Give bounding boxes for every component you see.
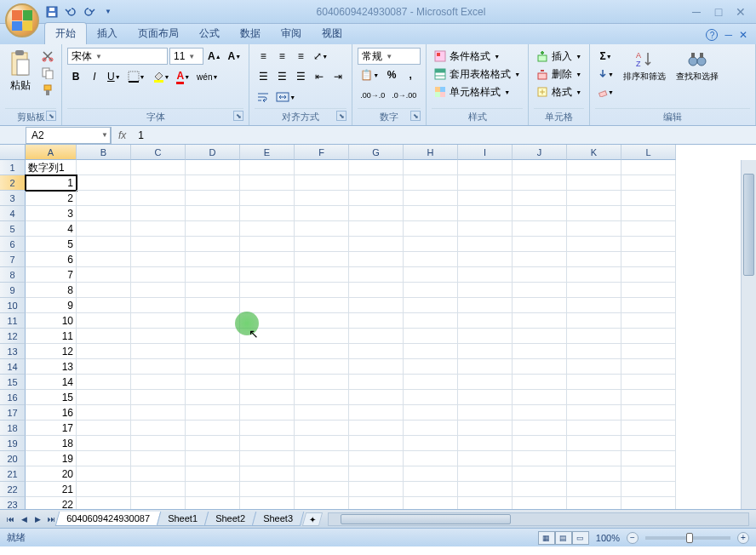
cell-I5[interactable] [458, 221, 513, 237]
cell-E16[interactable] [240, 390, 295, 405]
cell-H20[interactable] [404, 451, 458, 466]
cell-I12[interactable] [458, 329, 513, 344]
row-header-3[interactable]: 3 [0, 191, 26, 206]
cell-I23[interactable] [458, 497, 513, 509]
column-header-B[interactable]: B [77, 145, 131, 160]
row-header-4[interactable]: 4 [0, 206, 26, 221]
cell-K15[interactable] [567, 375, 621, 390]
cell-F8[interactable] [295, 267, 349, 283]
cell-F20[interactable] [295, 451, 349, 466]
sort-filter-button[interactable]: AZ 排序和筛选 [620, 48, 669, 83]
increase-font-button[interactable]: A▲ [205, 48, 224, 65]
cell-F5[interactable] [295, 221, 349, 237]
cell-B19[interactable] [77, 436, 131, 451]
cell-D19[interactable] [186, 436, 240, 451]
cell-E11[interactable] [240, 313, 295, 329]
cell-F17[interactable] [295, 405, 349, 421]
cell-E14[interactable] [240, 359, 295, 375]
page-layout-view-button[interactable]: ▤ [555, 531, 572, 545]
cell-H12[interactable] [404, 329, 458, 344]
cell-J20[interactable] [513, 451, 567, 466]
cell-F9[interactable] [295, 283, 349, 298]
cell-H13[interactable] [404, 344, 458, 359]
cell-E5[interactable] [240, 221, 295, 237]
column-header-K[interactable]: K [567, 145, 621, 160]
percent-button[interactable]: % [383, 66, 400, 83]
cell-L6[interactable] [621, 237, 676, 252]
cell-A16[interactable]: 15 [26, 390, 77, 405]
ribbon-minimize-button[interactable]: ─ [724, 29, 732, 41]
cell-I17[interactable] [458, 405, 513, 421]
cell-E18[interactable] [240, 421, 295, 436]
cell-F7[interactable] [295, 252, 349, 267]
cell-H7[interactable] [404, 252, 458, 267]
cell-J22[interactable] [513, 482, 567, 497]
cell-A23[interactable]: 22 [26, 497, 77, 509]
cell-E12[interactable] [240, 329, 295, 344]
prev-sheet-button[interactable]: ◀ [17, 512, 31, 526]
cell-D1[interactable] [186, 160, 240, 175]
cell-K2[interactable] [567, 175, 621, 191]
cell-L12[interactable] [621, 329, 676, 344]
row-header-11[interactable]: 11 [0, 313, 26, 329]
cell-F15[interactable] [295, 375, 349, 390]
cell-E3[interactable] [240, 191, 295, 206]
cell-F4[interactable] [295, 206, 349, 221]
conditional-format-button[interactable]: 条件格式▼ [432, 48, 502, 65]
cell-B13[interactable] [77, 344, 131, 359]
clear-button[interactable]: ▼ [595, 83, 616, 100]
cell-G7[interactable] [349, 252, 404, 267]
cell-K14[interactable] [567, 359, 621, 375]
cell-C19[interactable] [131, 436, 186, 451]
cell-L23[interactable] [621, 497, 676, 509]
cell-D20[interactable] [186, 451, 240, 466]
cell-A20[interactable]: 19 [26, 451, 77, 466]
cell-F10[interactable] [295, 298, 349, 313]
cell-J16[interactable] [513, 390, 567, 405]
cell-B8[interactable] [77, 267, 131, 283]
cell-B9[interactable] [77, 283, 131, 298]
cell-C1[interactable] [131, 160, 186, 175]
cell-L9[interactable] [621, 283, 676, 298]
cell-B7[interactable] [77, 252, 131, 267]
cell-D23[interactable] [186, 497, 240, 509]
tab-review[interactable]: 审阅 [271, 23, 312, 44]
align-top-button[interactable]: ≡ [255, 48, 272, 65]
cell-H21[interactable] [404, 466, 458, 482]
cell-E6[interactable] [240, 237, 295, 252]
column-header-H[interactable]: H [404, 145, 458, 160]
cell-D8[interactable] [186, 267, 240, 283]
cell-H5[interactable] [404, 221, 458, 237]
sheet-tab-1[interactable]: Sheet1 [157, 512, 209, 526]
row-header-18[interactable]: 18 [0, 421, 26, 436]
tab-formulas[interactable]: 公式 [189, 23, 230, 44]
cell-E1[interactable] [240, 160, 295, 175]
worksheet[interactable]: ABCDEFGHIJKL 1数字列12132435465768798109111… [0, 145, 756, 509]
new-sheet-button[interactable]: ✦ [301, 512, 322, 526]
save-button[interactable] [44, 4, 60, 20]
cell-K11[interactable] [567, 313, 621, 329]
cell-H22[interactable] [404, 482, 458, 497]
format-cells-button[interactable]: 格式▼ [534, 83, 584, 100]
cell-H4[interactable] [404, 206, 458, 221]
cell-J4[interactable] [513, 206, 567, 221]
cell-H18[interactable] [404, 421, 458, 436]
cell-C11[interactable] [131, 313, 186, 329]
cell-J11[interactable] [513, 313, 567, 329]
cell-A11[interactable]: 10 [26, 313, 77, 329]
cell-J14[interactable] [513, 359, 567, 375]
cell-I19[interactable] [458, 436, 513, 451]
cell-D6[interactable] [186, 237, 240, 252]
cell-I4[interactable] [458, 206, 513, 221]
row-header-1[interactable]: 1 [0, 160, 26, 175]
cell-J6[interactable] [513, 237, 567, 252]
cell-E10[interactable] [240, 298, 295, 313]
cell-F18[interactable] [295, 421, 349, 436]
cell-L4[interactable] [621, 206, 676, 221]
cell-G6[interactable] [349, 237, 404, 252]
cell-C7[interactable] [131, 252, 186, 267]
cell-I22[interactable] [458, 482, 513, 497]
zoom-thumb[interactable] [686, 533, 693, 543]
row-header-5[interactable]: 5 [0, 221, 26, 237]
cell-I14[interactable] [458, 359, 513, 375]
